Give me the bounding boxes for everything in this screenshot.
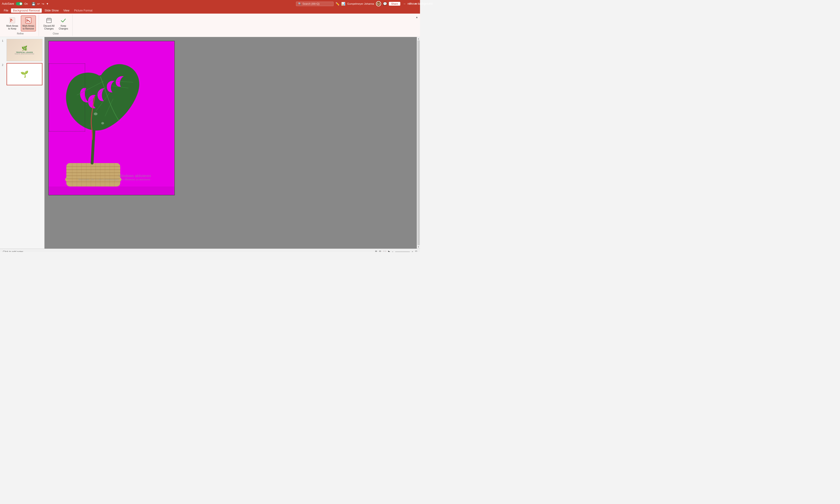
mark-remove-icon [24, 17, 32, 24]
slide-2-number: 2 [2, 63, 5, 66]
menu-bar: File Background Removal Slide Show View … [0, 7, 420, 14]
comment-icon[interactable]: 💬 [383, 2, 387, 6]
redo-icon[interactable]: ↪ [42, 2, 44, 6]
search-icon: 🔍 [298, 2, 301, 5]
save-icon[interactable]: 💾 [32, 2, 35, 6]
status-right: ⊞ ⊟ 📖 ▶ − ──────── + ⊡ [373, 250, 417, 252]
user-avatar: GJ [376, 1, 381, 6]
title-bar-right: 🔍 Search (Alt+Q) ✏️ 📊 Gumpelmeyer Johann… [296, 1, 418, 6]
zoom-out-icon[interactable]: − [392, 250, 393, 252]
slide-thumb-2[interactable]: 2 🌱 [2, 63, 42, 85]
menu-slide-show[interactable]: Slide Show [43, 8, 60, 13]
file-name: remove-background [408, 2, 420, 5]
minimize-button[interactable]: ─ [402, 1, 407, 6]
share-button[interactable]: Share [389, 2, 400, 6]
activate-title: Windows aktivieren [78, 174, 151, 178]
scroll-up-arrow[interactable]: ▲ [417, 37, 419, 40]
close-group-label: Close [53, 32, 59, 35]
refine-buttons: Mark Areasto Keep Mark Areasto Remove [5, 16, 36, 31]
mark-keep-icon [8, 17, 16, 24]
slide-1-bg: 🌿 TROPICAL LEAVES REMOVE IMAGE BACKGROUN… [7, 39, 42, 61]
notes-label[interactable]: Click to add notes [3, 250, 23, 252]
ribbon: Mark Areasto Keep Mark Areasto Remove Re… [0, 14, 420, 37]
scroll-down-arrow[interactable]: ▼ [417, 246, 419, 248]
ribbon-collapse-button[interactable]: ▲ [415, 16, 418, 19]
view-normal-icon[interactable]: ⊞ [375, 250, 377, 252]
vertical-scrollbar[interactable]: ▲ ▼ [417, 37, 420, 249]
slide-2-bg: 🌱 [7, 64, 42, 85]
activate-sub: Wechseln Sie zu den Einstellungen, um Wi… [78, 178, 151, 181]
title-bar-left: AutoSave On 💾 ↩ ↪ ▼ [2, 2, 49, 6]
svg-rect-7 [47, 19, 51, 23]
close-buttons: Discard AllChanges KeepChanges [42, 16, 70, 31]
autosave-toggle[interactable] [16, 2, 22, 5]
status-bar: Click to add notes ⊞ ⊟ 📖 ▶ − ──────── + … [0, 249, 420, 252]
autosave-state: On [24, 2, 28, 5]
windows-activate: Windows aktivieren Wechseln Sie zu den E… [78, 174, 151, 181]
zoom-slider[interactable]: ──────── [395, 250, 410, 252]
menu-picture-format[interactable]: Picture Format [72, 8, 94, 13]
mark-areas-keep-button[interactable]: Mark Areasto Keep [5, 16, 20, 31]
discard-changes-button[interactable]: Discard AllChanges [42, 16, 56, 31]
slide-2-plant-icon: 🌱 [20, 70, 29, 78]
keep-changes-button[interactable]: KeepChanges [57, 16, 70, 31]
plant-svg [49, 41, 174, 195]
edit-icon[interactable]: ✏️ [335, 2, 339, 6]
undo-icon[interactable]: ↩ [37, 2, 40, 6]
user-initials: GJ [377, 3, 380, 5]
svg-rect-40 [49, 186, 174, 195]
keep-label: KeepChanges [59, 24, 68, 30]
slide-1-plant-icon: 🌿 [21, 46, 28, 51]
slide-1-preview[interactable]: 🌿 TROPICAL LEAVES REMOVE IMAGE BACKGROUN… [6, 39, 42, 61]
refine-group-label: Refine [17, 32, 24, 35]
discard-icon [45, 17, 53, 24]
mark-keep-label: Mark Areasto Keep [6, 24, 18, 30]
svg-point-38 [94, 112, 97, 115]
menu-file[interactable]: File [2, 8, 10, 13]
view-presenter-icon[interactable]: ▶ [388, 250, 390, 252]
slide-thumb-1[interactable]: 1 🌿 TROPICAL LEAVES REMOVE IMAGE BACKGRO… [2, 39, 42, 61]
main-layout: 1 🌿 TROPICAL LEAVES REMOVE IMAGE BACKGRO… [0, 37, 420, 249]
view-reading-icon[interactable]: 📖 [383, 250, 386, 252]
slide-1-subtitle: REMOVE IMAGE BACKGROUND [15, 53, 34, 55]
menu-view[interactable]: View [61, 8, 71, 13]
user-name: Gumpelmeyer Johanna [347, 2, 374, 5]
slide-1-number: 1 [2, 39, 5, 42]
scroll-thumb[interactable] [417, 40, 420, 245]
canvas-area: Windows aktivieren Wechseln Sie zu den E… [44, 37, 417, 249]
view-slide-sorter-icon[interactable]: ⊟ [379, 250, 381, 252]
keep-icon [59, 17, 67, 24]
title-bar: AutoSave On 💾 ↩ ↪ ▼ remove-background 🔍 … [0, 0, 420, 7]
slide-panel: 1 🌿 TROPICAL LEAVES REMOVE IMAGE BACKGRO… [0, 37, 44, 249]
discard-label: Discard AllChanges [43, 24, 54, 30]
zoom-in-icon[interactable]: + [412, 250, 413, 252]
slide-background: Windows aktivieren Wechseln Sie zu den E… [49, 41, 174, 195]
ribbon-group-refine: Mark Areasto Keep Mark Areasto Remove Re… [2, 15, 39, 36]
ribbon-group-close: Discard AllChanges KeepChanges Close [39, 15, 73, 36]
fit-slide-icon[interactable]: ⊡ [415, 250, 417, 252]
menu-background-removal[interactable]: Background Removal [11, 8, 42, 13]
slide-canvas[interactable]: Windows aktivieren Wechseln Sie zu den E… [48, 41, 175, 195]
present-icon[interactable]: 📊 [341, 2, 345, 6]
slide-2-preview[interactable]: 🌱 [6, 63, 42, 85]
svg-point-39 [101, 122, 104, 124]
autosave-label: AutoSave [2, 2, 14, 5]
slide-1-title: TROPICAL LEAVES [16, 52, 33, 53]
mark-areas-remove-button[interactable]: Mark Areasto Remove [21, 16, 36, 31]
search-placeholder: Search (Alt+Q) [302, 2, 319, 5]
search-box[interactable]: 🔍 Search (Alt+Q) [296, 2, 334, 6]
customize-icon[interactable]: ▼ [46, 2, 49, 5]
mark-remove-label: Mark Areasto Remove [22, 24, 34, 30]
